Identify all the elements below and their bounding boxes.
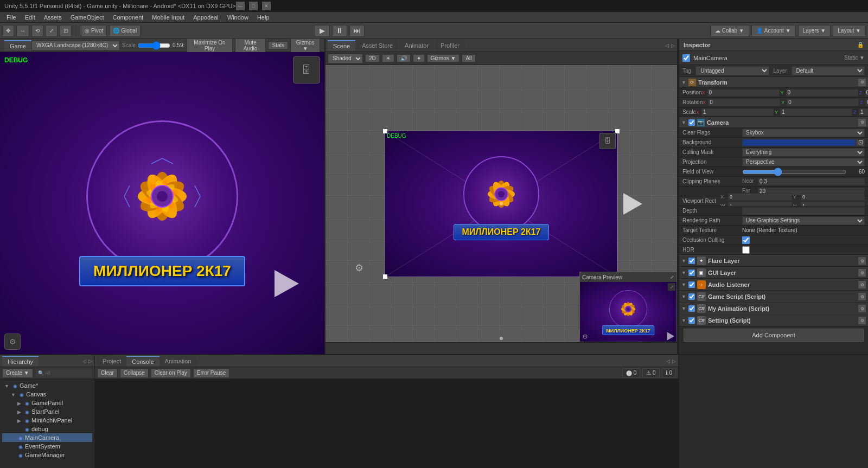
audio-listener-checkbox[interactable] — [688, 281, 695, 288]
layers-button[interactable]: Layers ▼ — [798, 25, 831, 37]
scene-lights[interactable]: ☀ — [382, 54, 394, 62]
collapse-button[interactable]: Collapse — [120, 368, 149, 378]
gui-layer-checkbox[interactable] — [688, 270, 695, 276]
object-enabled-checkbox[interactable] — [682, 54, 690, 62]
layer-dropdown[interactable]: Default — [792, 66, 865, 75]
step-button[interactable]: ⏭ — [349, 25, 365, 37]
scale-z-input[interactable] — [859, 108, 868, 116]
add-component-button[interactable]: Add Component — [684, 329, 864, 342]
position-y-input[interactable] — [786, 89, 858, 97]
vp-x-input[interactable] — [728, 193, 792, 201]
asset-store-tab[interactable]: Asset Store — [356, 41, 398, 50]
projection-dropdown[interactable]: Perspective — [742, 158, 865, 166]
game-script-settings-icon[interactable]: ⚙ — [858, 293, 866, 300]
corner-bl[interactable] — [383, 274, 387, 279]
gui-layer-settings-icon[interactable]: ⚙ — [858, 269, 866, 277]
hier-startpanel[interactable]: ▶ ◉StartPanel — [2, 407, 92, 416]
gui-layer-header[interactable]: ▼ ▣ GUI Layer ⚙ — [679, 267, 868, 279]
flare-layer-settings-icon[interactable]: ⚙ — [858, 257, 866, 265]
project-tab[interactable]: Project — [97, 356, 126, 366]
hdr-checkbox[interactable] — [742, 246, 750, 254]
flare-layer-checkbox[interactable] — [688, 258, 695, 264]
audio-settings-icon[interactable]: ⚙ — [858, 281, 866, 289]
near-input[interactable] — [758, 178, 865, 185]
transform-settings-icon[interactable]: ⚙ — [858, 79, 866, 86]
create-button[interactable]: Create ▼ — [2, 368, 33, 378]
gizmos-button[interactable]: Gizmos ▼ — [290, 39, 320, 53]
menu-component[interactable]: Component — [108, 13, 148, 22]
my-animation-checkbox[interactable] — [688, 305, 695, 312]
collab-button[interactable]: ☁ Collab ▼ — [710, 25, 749, 37]
maximize-button[interactable]: □ — [249, 2, 258, 10]
rotation-y-input[interactable] — [787, 99, 859, 106]
menu-file[interactable]: File — [2, 13, 21, 22]
rect-tool[interactable]: ⊡ — [60, 25, 72, 37]
animation-tab[interactable]: Animation — [159, 356, 197, 366]
scale-slider[interactable] — [138, 43, 170, 48]
position-z-input[interactable] — [865, 89, 868, 97]
game-script-header[interactable]: ▼ C# Game Script (Script) ⚙ — [679, 291, 868, 303]
layout-button[interactable]: Layout ▼ — [833, 25, 866, 37]
minimize-button[interactable]: — — [236, 2, 245, 10]
hier-canvas[interactable]: ▼ ◉Canvas — [2, 390, 92, 399]
menu-assets[interactable]: Assets — [40, 13, 66, 22]
rotate-tool[interactable]: ⟲ — [31, 25, 43, 37]
menu-mobile-input[interactable]: Mobile Input — [148, 13, 189, 22]
hier-eventsystem[interactable]: ▶ ◉EventSystem — [2, 442, 92, 451]
rotation-z-input[interactable] — [865, 99, 868, 106]
hier-gamepanel[interactable]: ▶ ◉GamePanel — [2, 399, 92, 407]
camera-enabled-checkbox[interactable] — [688, 119, 695, 126]
game-script-checkbox[interactable] — [688, 293, 695, 300]
depth-input[interactable]: 0 — [742, 207, 865, 215]
animator-tab[interactable]: Animator — [399, 41, 434, 50]
console-tab[interactable]: Console — [126, 356, 159, 367]
background-color-expand[interactable]: ⊡ — [856, 139, 865, 146]
menu-window[interactable]: Window — [223, 13, 253, 22]
maximize-on-play[interactable]: Maximize On Play — [187, 39, 232, 53]
pause-button[interactable]: ⏸ — [332, 25, 347, 37]
clear-button[interactable]: Clear — [97, 368, 118, 378]
setting-script-checkbox[interactable] — [688, 317, 695, 324]
cp-expand-icon[interactable]: ⤢ — [668, 283, 675, 291]
shaded-dropdown[interactable]: Shaded — [328, 54, 363, 63]
camera-preview-expand-icon[interactable]: ⤢ — [670, 274, 674, 280]
scale-x-input[interactable] — [701, 108, 774, 116]
background-color-swatch[interactable] — [742, 139, 856, 146]
hand-tool[interactable]: ✥ — [2, 25, 14, 37]
setting-settings-icon[interactable]: ⚙ — [858, 317, 866, 324]
account-button[interactable]: 👤 Account ▼ — [751, 25, 796, 37]
hier-miniachivpanel[interactable]: ▶ ◉MiniAchivPanel — [2, 416, 92, 425]
clear-on-play-button[interactable]: Clear on Play — [151, 368, 191, 378]
camera-settings-icon[interactable]: ⚙ — [858, 119, 866, 126]
hier-gamemanager[interactable]: ▶ ◉GameManager — [2, 451, 92, 459]
all-button[interactable]: All — [462, 54, 475, 62]
mute-audio[interactable]: Mute Audio — [235, 39, 266, 53]
close-button[interactable]: ✕ — [262, 2, 271, 10]
position-x-input[interactable] — [707, 89, 780, 97]
gizmos-scene-button[interactable]: Gizmos ▼ — [427, 54, 460, 62]
error-pause-button[interactable]: Error Pause — [193, 368, 229, 378]
my-animation-settings-icon[interactable]: ⚙ — [858, 305, 866, 312]
menu-appodeal[interactable]: Appodeal — [189, 13, 223, 22]
my-animation-header[interactable]: ▼ C# My Animation (Script) ⚙ — [679, 303, 868, 315]
occlusion-checkbox[interactable] — [742, 236, 750, 244]
2d-button[interactable]: 2D — [365, 54, 380, 62]
setting-script-header[interactable]: ▼ C# Setting (Script) ⚙ — [679, 315, 868, 326]
rotation-x-input[interactable] — [708, 99, 780, 106]
resolution-dropdown[interactable]: WXGA Landscape (1280×8C) — [31, 41, 120, 50]
hierarchy-tab[interactable]: Hierarchy — [2, 356, 39, 367]
transform-section-header[interactable]: ▼ ⟳ Transform ⚙ — [679, 77, 868, 88]
scale-tool[interactable]: ⤢ — [46, 25, 58, 37]
scene-audio[interactable]: 🔊 — [397, 54, 411, 62]
culling-mask-dropdown[interactable]: Everything — [742, 148, 865, 157]
audio-listener-header[interactable]: ▼ ♪ Audio Listener ⚙ — [679, 279, 868, 291]
move-tool[interactable]: ↔ — [16, 25, 29, 37]
clear-flags-dropdown[interactable]: Skybox — [742, 129, 865, 137]
scene-effects[interactable]: ✦ — [413, 54, 425, 62]
hier-debug[interactable]: ▶ ◉debug — [2, 425, 92, 433]
menu-help[interactable]: Help — [253, 13, 274, 22]
flare-layer-header[interactable]: ▼ ✦ Flare Layer ⚙ — [679, 255, 868, 267]
play-button[interactable]: ▶ — [315, 25, 330, 37]
rendering-dropdown[interactable]: Use Graphics Settings — [742, 216, 865, 225]
inspector-lock-icon[interactable]: 🔒 — [857, 42, 864, 48]
